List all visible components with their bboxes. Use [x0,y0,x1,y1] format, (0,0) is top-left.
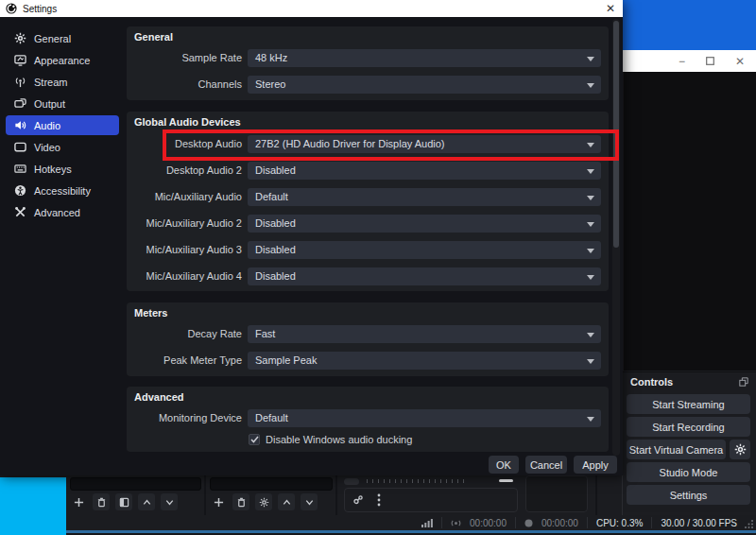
accessibility-icon [14,184,26,197]
dialog-close-button[interactable]: ✕ [602,0,619,17]
sidebar-item-output[interactable]: Output [6,94,119,113]
checkbox-label: Disable Windows audio ducking [266,434,412,445]
appearance-icon [14,54,26,66]
channels-label: Channels [127,76,242,94]
disable-audio-ducking-checkbox[interactable]: Disable Windows audio ducking [249,434,412,445]
chevron-down-icon [587,359,594,364]
chevron-down-icon [587,143,594,147]
main-close-button[interactable]: ✕ [735,56,745,67]
channels-select[interactable]: Stereo [248,76,601,94]
advanced-icon [14,206,26,218]
sidebar-item-hotkeys[interactable]: Hotkeys [6,159,119,179]
add-source-button[interactable] [210,493,227,510]
start-recording-button[interactable]: Start Recording [627,417,750,437]
mic-aux-audio-3-select[interactable]: Disabled [248,241,601,259]
section-title: General [134,31,173,43]
add-scene-button[interactable] [70,493,87,510]
main-maximize-button[interactable] [706,56,714,67]
mixer-menu-button[interactable] [377,493,381,507]
sources-list[interactable] [210,477,333,491]
monitoring-device-select[interactable]: Default [248,409,601,427]
sidebar-item-appearance[interactable]: Appearance [6,50,119,70]
section-title: Global Audio Devices [134,116,241,128]
stream-icon [14,76,26,88]
mic-aux-audio-2-select[interactable]: Disabled [248,215,601,233]
remove-scene-button[interactable] [93,493,110,510]
desktop-audio-label: Desktop Audio [127,135,242,153]
cancel-button[interactable]: Cancel [525,456,567,474]
sidebar-item-label: Appearance [34,55,90,66]
main-minimize-button[interactable]: − [679,56,685,67]
checkbox-check-icon [250,436,259,443]
virtual-camera-config-button[interactable] [730,440,750,459]
volume-meter-scale [344,478,359,485]
sidebar-item-label: Stream [34,77,67,88]
volume-slider-handle[interactable] [499,479,513,482]
scenes-toolbar [70,492,178,512]
record-timer: 00:00:00 [541,518,578,528]
source-up-button[interactable] [278,493,295,510]
sidebar-item-general[interactable]: General [6,28,119,48]
mic-aux-audio-select[interactable]: Default [248,188,601,206]
source-properties-button[interactable] [255,493,272,510]
peak-meter-type-select[interactable]: Sample Peak [248,352,601,370]
sidebar-item-advanced[interactable]: Advanced [6,202,119,222]
stream-timer-icon [451,519,461,527]
dock-divider [595,475,597,515]
section-meters: Meters Decay Rate Fast Peak Meter Type S… [127,302,609,376]
chevron-down-icon [587,333,594,337]
desktop-audio-2-select[interactable]: Disabled [248,162,601,180]
status-bar: 00:00:00 00:00:00 CPU: 0.3% 30.00 / 30.0… [66,515,756,530]
mic-aux-audio-2-label: Mic/Auxiliary Audio 2 [127,215,242,233]
settings-dialog: Settings ✕ General Appearance Stream Out… [0,0,623,475]
section-title: Advanced [134,391,184,403]
sample-rate-select[interactable]: 48 kHz [248,49,601,67]
mic-aux-audio-4-label: Mic/Auxiliary Audio 4 [127,268,242,285]
chevron-down-icon [587,249,594,253]
mic-aux-audio-label: Mic/Auxiliary Audio [127,188,242,206]
ok-button[interactable]: OK [489,456,519,474]
maximize-icon [706,57,714,65]
start-streaming-button[interactable]: Start Streaming [627,394,750,414]
section-title: Meters [134,307,167,319]
chevron-down-icon [587,57,594,61]
chevron-down-icon [587,169,594,174]
dock-divider [204,475,206,515]
studio-mode-button[interactable]: Studio Mode [627,462,750,482]
desktop-audio-2-label: Desktop Audio 2 [127,162,242,180]
desktop-audio-select[interactable]: 27B2 (HD Audio Driver for Display Audio) [248,135,601,153]
popout-icon[interactable] [739,377,748,387]
output-icon [14,97,26,110]
remove-source-button[interactable] [232,493,249,510]
sidebar-item-label: Audio [34,120,60,131]
obs-screen: − ✕ [0,0,756,535]
start-virtual-camera-button[interactable]: Start Virtual Camera [627,440,726,459]
section-advanced: Advanced Monitoring Device Default Disab… [127,387,609,452]
advanced-audio-properties-button[interactable] [352,494,364,506]
sidebar-item-stream[interactable]: Stream [6,72,119,92]
scene-filters-button[interactable] [115,493,132,510]
scene-preview [624,72,756,371]
scene-down-button[interactable] [161,493,178,510]
settings-scrollbar[interactable] [612,19,620,456]
mic-aux-audio-4-select[interactable]: Disabled [248,268,601,285]
settings-button[interactable]: Settings [627,485,750,505]
apply-button[interactable]: Apply [574,456,617,474]
sidebar-item-audio[interactable]: Audio [6,115,119,135]
gear-icon [734,443,747,456]
video-icon [14,141,26,153]
scrollbar-thumb[interactable] [613,21,619,248]
sidebar-item-video[interactable]: Video [6,137,119,157]
decay-rate-select[interactable]: Fast [248,325,601,343]
sidebar-item-label: Accessibility [34,185,91,197]
checkbox-box [249,434,260,445]
scene-up-button[interactable] [138,493,155,510]
source-down-button[interactable] [301,493,318,510]
mixer-toolbar [344,488,518,512]
scenes-list[interactable] [70,477,201,491]
monitoring-device-label: Monitoring Device [127,409,242,427]
hotkeys-icon [14,163,26,175]
stream-health-icon [421,518,433,527]
sidebar-item-label: Advanced [34,207,80,218]
sidebar-item-accessibility[interactable]: Accessibility [6,181,119,200]
